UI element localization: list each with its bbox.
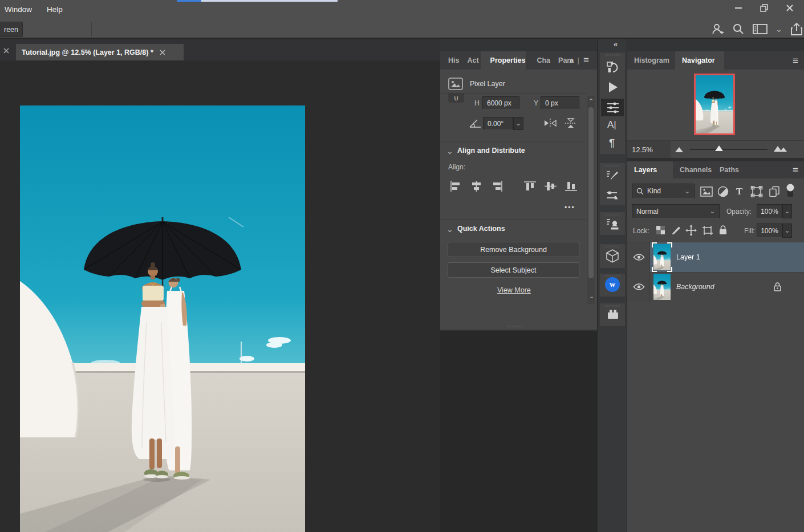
actions-panel-icon[interactable] bbox=[607, 81, 619, 94]
align-horizontal-centers-icon[interactable] bbox=[470, 180, 483, 192]
search-icon[interactable] bbox=[732, 23, 745, 35]
h-label: H bbox=[474, 99, 480, 107]
menu-item-help[interactable]: Help bbox=[47, 5, 63, 14]
tab-actions[interactable]: Act bbox=[467, 56, 478, 64]
tab-navigator[interactable]: Navigator bbox=[682, 56, 715, 64]
navigator-menu-icon[interactable]: ≡ bbox=[793, 55, 798, 67]
fill-dropdown-button[interactable]: ⌄ bbox=[782, 224, 792, 238]
tab-histogram[interactable]: Histogram bbox=[634, 56, 669, 64]
lock-image-pixels-icon[interactable] bbox=[671, 225, 682, 235]
opacity-dropdown-button[interactable]: ⌄ bbox=[782, 204, 792, 218]
filter-type-layers-icon[interactable]: T bbox=[736, 186, 742, 197]
lock-position-icon[interactable] bbox=[685, 225, 697, 236]
layer-filter-kind-select[interactable]: Kind ⌄ bbox=[632, 184, 695, 198]
tab-overflow-icon[interactable]: » bbox=[569, 56, 574, 65]
properties-menu-icon[interactable]: ≡ bbox=[583, 55, 589, 66]
filter-pixel-layers-icon[interactable] bbox=[700, 186, 713, 197]
screen-mode-button[interactable]: reen bbox=[0, 22, 23, 37]
tab-properties[interactable]: Properties bbox=[487, 56, 529, 64]
blend-mode-select[interactable]: Normal ⌄ bbox=[632, 204, 720, 218]
align-left-icon[interactable] bbox=[449, 180, 462, 192]
flip-horizontal-icon[interactable] bbox=[543, 117, 558, 129]
scroll-up-icon[interactable]: ⌄ bbox=[588, 98, 594, 104]
tab-channels[interactable]: Cha bbox=[537, 56, 550, 64]
menu-bar bbox=[0, 0, 804, 18]
view-more-link[interactable]: View More bbox=[497, 286, 531, 294]
plugins-panel-icon[interactable] bbox=[607, 308, 619, 320]
layers-menu-icon[interactable]: ≡ bbox=[793, 165, 798, 176]
align-more-options[interactable]: ••• bbox=[565, 204, 575, 212]
minimize-button[interactable] bbox=[734, 4, 742, 12]
tab-history[interactable]: His bbox=[448, 56, 459, 64]
align-bottom-icon[interactable] bbox=[565, 180, 578, 192]
tab-channels[interactable]: Channels bbox=[680, 166, 712, 174]
lock-transparent-pixels-icon[interactable] bbox=[656, 225, 665, 235]
navigator-zoom-slider-track[interactable] bbox=[690, 149, 768, 150]
background-visibility-eye-icon[interactable] bbox=[633, 283, 645, 291]
navigator-zoom-slider-thumb[interactable] bbox=[714, 145, 724, 152]
select-subject-button[interactable]: Select Subject bbox=[448, 262, 579, 278]
collapse-panels-icon[interactable]: « bbox=[614, 40, 618, 48]
lock-artboard-icon[interactable] bbox=[702, 225, 713, 235]
workspace-chevron-icon[interactable]: ⌄ bbox=[775, 25, 782, 33]
w-plugin-badge-icon[interactable]: w bbox=[605, 277, 620, 292]
filter-shape-layers-icon[interactable] bbox=[750, 186, 763, 197]
angle-dropdown-button[interactable]: ⌄ bbox=[513, 117, 523, 130]
tab-row-divider: | bbox=[578, 56, 579, 64]
filter-adjustment-layers-icon[interactable] bbox=[717, 186, 729, 197]
restore-button[interactable] bbox=[760, 3, 769, 13]
canvas[interactable] bbox=[20, 105, 305, 532]
3d-panel-icon[interactable] bbox=[606, 249, 619, 263]
align-label: Align: bbox=[448, 163, 465, 171]
close-window-button[interactable] bbox=[786, 4, 794, 12]
quick-actions-chevron-icon[interactable]: ⌄ bbox=[446, 225, 453, 233]
scroll-down-icon[interactable]: ⌄ bbox=[589, 293, 594, 299]
options-divider bbox=[91, 22, 92, 36]
tab-layers[interactable]: Layers bbox=[634, 166, 657, 174]
navigator-zoom-field[interactable]: 12.5% bbox=[627, 141, 671, 158]
height-field[interactable]: 6000 px bbox=[482, 96, 519, 109]
layer1-name[interactable]: Layer 1 bbox=[676, 253, 700, 261]
filter-smart-objects-icon[interactable] bbox=[769, 186, 780, 197]
document-tab[interactable]: Tutorial.jpg @ 12.5% (Layer 1, RGB/8) * bbox=[16, 44, 184, 60]
flip-vertical-icon[interactable] bbox=[563, 117, 578, 129]
clone-source-panel-icon[interactable] bbox=[606, 217, 619, 231]
properties-scrollbar-thumb[interactable] bbox=[588, 107, 594, 278]
fill-field[interactable]: 100% bbox=[757, 224, 782, 238]
share-export-icon[interactable] bbox=[790, 22, 803, 36]
opacity-label: Opacity: bbox=[726, 208, 752, 216]
layer1-thumbnail[interactable] bbox=[653, 244, 671, 270]
brush-settings-panel-icon[interactable] bbox=[606, 189, 619, 202]
paragraph-panel-icon[interactable]: ¶ bbox=[609, 137, 615, 149]
document-tab-close-icon[interactable] bbox=[159, 49, 166, 56]
background-thumbnail[interactable] bbox=[653, 274, 671, 300]
zoom-in-icon[interactable] bbox=[773, 144, 788, 152]
panel-drag-handle bbox=[605, 214, 620, 216]
remove-background-button[interactable]: Remove Background bbox=[448, 242, 579, 257]
properties-panel-icon[interactable] bbox=[606, 101, 620, 115]
filter-toggle-switch[interactable] bbox=[786, 182, 795, 198]
background-layer-name[interactable]: Background bbox=[676, 283, 714, 291]
align-right-icon[interactable] bbox=[490, 180, 503, 192]
tab-paths[interactable]: Paths bbox=[720, 166, 739, 174]
history-panel-icon[interactable] bbox=[606, 60, 619, 74]
chevron-down-icon: ⌄ bbox=[710, 208, 715, 214]
zoom-out-icon[interactable] bbox=[674, 146, 684, 153]
angle-field[interactable]: 0.00° bbox=[483, 117, 513, 130]
character-panel-icon[interactable]: A| bbox=[607, 119, 616, 131]
menu-item-window[interactable]: Window bbox=[5, 5, 32, 14]
align-section-chevron-icon[interactable]: ⌄ bbox=[446, 147, 453, 155]
link-dimensions-button[interactable]: ∪ bbox=[448, 93, 464, 103]
align-vertical-centers-icon[interactable] bbox=[544, 180, 557, 192]
background-lock-icon[interactable] bbox=[773, 282, 782, 292]
workspace-icon[interactable] bbox=[753, 23, 768, 35]
opacity-field[interactable]: 100% bbox=[757, 204, 782, 218]
brushes-panel-icon[interactable] bbox=[606, 169, 619, 182]
lock-all-icon[interactable] bbox=[718, 225, 728, 235]
hidden-tab-close-icon[interactable] bbox=[2, 47, 10, 55]
navigator-proxy-view[interactable] bbox=[694, 74, 735, 135]
align-top-icon[interactable] bbox=[523, 180, 537, 192]
share-people-icon[interactable] bbox=[710, 22, 724, 36]
y-field[interactable]: 0 px bbox=[541, 96, 579, 109]
layer1-visibility-eye-icon[interactable] bbox=[633, 253, 645, 261]
